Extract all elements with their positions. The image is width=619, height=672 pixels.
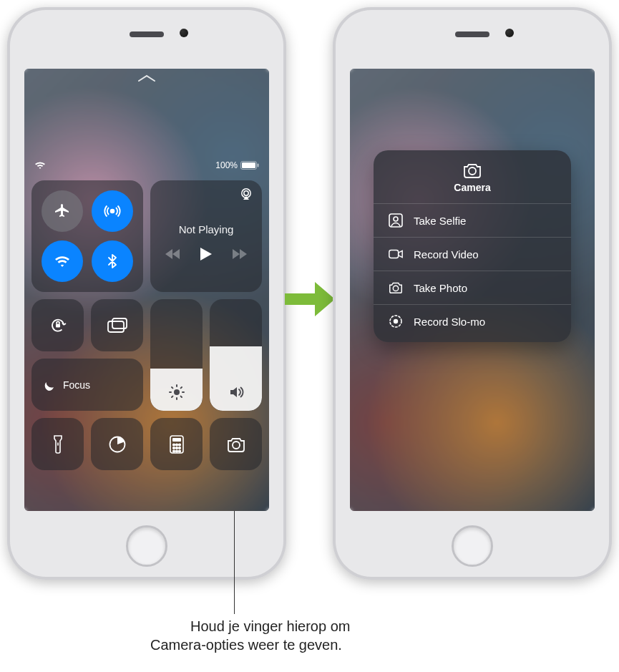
video-icon (388, 246, 404, 262)
svg-rect-8 (112, 318, 127, 328)
menu-item-take-photo[interactable]: Take Photo (374, 271, 571, 304)
battery-icon (240, 161, 259, 170)
connectivity-tile[interactable] (31, 180, 143, 292)
wifi-toggle[interactable] (42, 240, 83, 282)
media-play-icon[interactable] (200, 247, 213, 261)
svg-rect-6 (56, 323, 60, 327)
brightness-icon (168, 384, 185, 401)
menu-item-record-video[interactable]: Record Video (374, 237, 571, 271)
media-title: Not Playing (179, 223, 234, 235)
device-front-camera (505, 29, 514, 37)
device-left: 100% (7, 7, 286, 580)
caption-line-2: Camera-opties weer te geven. (150, 636, 372, 654)
airdrop-toggle[interactable] (92, 190, 133, 232)
svg-point-27 (178, 447, 180, 449)
camera-menu-title: Camera (454, 182, 490, 193)
svg-point-30 (178, 450, 180, 452)
svg-point-5 (244, 191, 248, 195)
media-next-icon[interactable] (231, 248, 247, 260)
screen-camera-menu: Camera Take Selfie Record Video Take Pho… (350, 69, 595, 511)
svg-point-31 (233, 442, 240, 449)
brightness-slider[interactable] (150, 299, 203, 411)
device-right: Camera Take Selfie Record Video Take Pho… (333, 7, 612, 580)
svg-rect-35 (389, 250, 399, 258)
arrow-icon (285, 279, 335, 319)
airplay-icon[interactable] (239, 188, 253, 200)
menu-item-label: Record Video (414, 248, 479, 260)
media-prev-icon[interactable] (165, 248, 181, 260)
callout-line (234, 511, 235, 614)
media-tile[interactable]: Not Playing (150, 180, 262, 292)
device-speaker (455, 31, 489, 37)
svg-point-25 (172, 447, 175, 449)
svg-point-34 (394, 217, 398, 221)
volume-icon (228, 384, 245, 401)
menu-item-label: Record Slo-mo (414, 316, 485, 328)
slomo-icon (388, 313, 404, 329)
svg-point-9 (174, 389, 180, 395)
status-bar: 100% (34, 160, 259, 170)
volume-slider[interactable] (210, 299, 262, 411)
screen-control-center: 100% (24, 69, 269, 511)
moon-icon (42, 378, 56, 392)
orientation-lock-button[interactable] (31, 299, 84, 351)
menu-item-take-selfie[interactable]: Take Selfie (374, 203, 571, 237)
photo-icon (388, 280, 404, 296)
bluetooth-toggle[interactable] (92, 240, 133, 282)
camera-button[interactable] (210, 418, 262, 470)
svg-rect-21 (172, 438, 181, 442)
device-front-camera (180, 29, 188, 37)
svg-point-29 (175, 450, 177, 452)
menu-item-label: Take Photo (414, 282, 467, 294)
svg-point-28 (172, 450, 175, 452)
camera-icon (462, 162, 483, 179)
svg-point-23 (175, 444, 177, 446)
wifi-status-icon (34, 161, 46, 170)
menu-item-label: Take Selfie (414, 215, 466, 227)
device-speaker (130, 31, 164, 37)
svg-line-16 (172, 396, 172, 397)
home-button[interactable] (452, 525, 493, 567)
caption-line-1: Houd je vinger hierop om (150, 617, 372, 636)
control-center-grid: Not Playing (31, 180, 262, 477)
svg-point-3 (111, 210, 114, 213)
battery-percentage: 100% (215, 160, 238, 170)
caption: Houd je vinger hierop om Camera-opties w… (150, 617, 372, 654)
focus-label: Focus (63, 379, 90, 391)
focus-button[interactable]: Focus (31, 359, 143, 411)
camera-quick-actions-menu: Camera Take Selfie Record Video Take Pho… (374, 150, 571, 342)
flashlight-button[interactable] (31, 418, 84, 470)
svg-line-14 (172, 387, 172, 388)
svg-point-24 (178, 444, 180, 446)
svg-rect-33 (389, 214, 402, 227)
svg-point-22 (172, 444, 175, 446)
svg-line-15 (180, 396, 181, 397)
home-button[interactable] (126, 525, 167, 567)
svg-rect-2 (258, 164, 259, 167)
calculator-button[interactable] (150, 418, 203, 470)
svg-point-32 (469, 167, 476, 175)
svg-point-26 (175, 447, 177, 449)
airplane-mode-toggle[interactable] (42, 190, 83, 232)
screen-mirroring-button[interactable] (91, 299, 143, 351)
svg-rect-7 (108, 321, 124, 332)
svg-rect-1 (242, 162, 255, 168)
timer-button[interactable] (91, 418, 143, 470)
menu-item-record-slomo[interactable]: Record Slo-mo (374, 304, 571, 338)
svg-point-36 (393, 286, 398, 291)
svg-line-17 (180, 387, 181, 388)
svg-point-38 (394, 319, 398, 323)
selfie-icon (388, 213, 404, 228)
chevron-up-icon[interactable] (136, 73, 157, 83)
